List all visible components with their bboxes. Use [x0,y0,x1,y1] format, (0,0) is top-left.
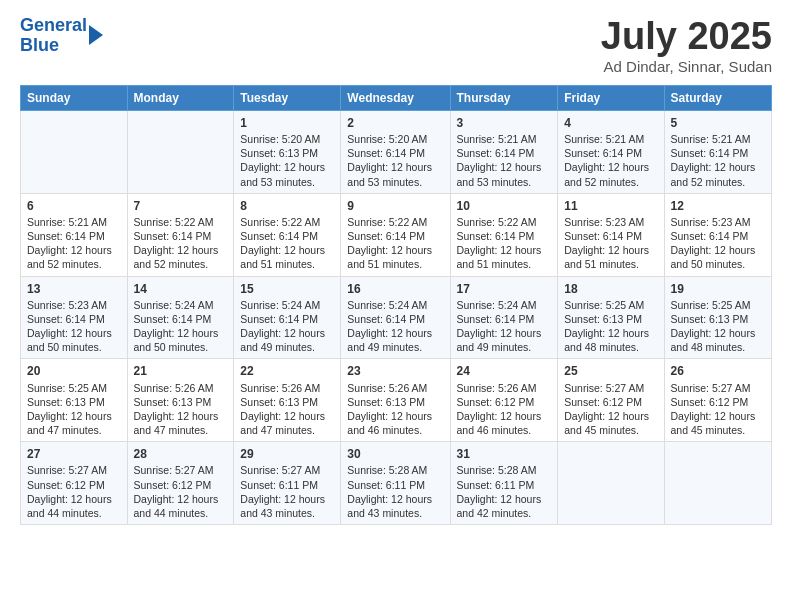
day-number: 2 [347,115,443,131]
sunrise-text: Sunrise: 5:20 AM [347,133,427,145]
calendar-table: SundayMondayTuesdayWednesdayThursdayFrid… [20,85,772,525]
sunrise-text: Sunrise: 5:25 AM [671,299,751,311]
daylight-text: Daylight: 12 hours and 43 minutes. [240,493,325,519]
day-number: 25 [564,363,657,379]
cell-day-28: 28Sunrise: 5:27 AMSunset: 6:12 PMDayligh… [127,442,234,525]
sunrise-text: Sunrise: 5:27 AM [671,382,751,394]
sunrise-text: Sunrise: 5:23 AM [27,299,107,311]
col-header-saturday: Saturday [664,85,771,110]
day-number: 1 [240,115,334,131]
sunset-text: Sunset: 6:14 PM [347,313,425,325]
sunrise-text: Sunrise: 5:24 AM [457,299,537,311]
sunset-text: Sunset: 6:14 PM [347,147,425,159]
sunrise-text: Sunrise: 5:27 AM [240,464,320,476]
sunrise-text: Sunrise: 5:22 AM [240,216,320,228]
cell-day-empty [127,110,234,193]
cell-day-30: 30Sunrise: 5:28 AMSunset: 6:11 PMDayligh… [341,442,450,525]
sunrise-text: Sunrise: 5:24 AM [134,299,214,311]
cell-day-12: 12Sunrise: 5:23 AMSunset: 6:14 PMDayligh… [664,193,771,276]
cell-day-17: 17Sunrise: 5:24 AMSunset: 6:14 PMDayligh… [450,276,558,359]
sunset-text: Sunset: 6:13 PM [671,313,749,325]
daylight-text: Daylight: 12 hours and 50 minutes. [671,244,756,270]
cell-day-20: 20Sunrise: 5:25 AMSunset: 6:13 PMDayligh… [21,359,128,442]
cell-day-empty [664,442,771,525]
day-number: 8 [240,198,334,214]
daylight-text: Daylight: 12 hours and 45 minutes. [671,410,756,436]
sunset-text: Sunset: 6:14 PM [564,230,642,242]
day-number: 27 [27,446,121,462]
col-header-friday: Friday [558,85,664,110]
sunset-text: Sunset: 6:14 PM [671,230,749,242]
cell-day-27: 27Sunrise: 5:27 AMSunset: 6:12 PMDayligh… [21,442,128,525]
week-row-2: 6Sunrise: 5:21 AMSunset: 6:14 PMDaylight… [21,193,772,276]
week-row-5: 27Sunrise: 5:27 AMSunset: 6:12 PMDayligh… [21,442,772,525]
day-number: 16 [347,281,443,297]
sunset-text: Sunset: 6:13 PM [134,396,212,408]
daylight-text: Daylight: 12 hours and 43 minutes. [347,493,432,519]
sunrise-text: Sunrise: 5:28 AM [457,464,537,476]
cell-day-14: 14Sunrise: 5:24 AMSunset: 6:14 PMDayligh… [127,276,234,359]
title-block: July 2025 Ad Dindar, Sinnar, Sudan [601,16,772,75]
cell-day-22: 22Sunrise: 5:26 AMSunset: 6:13 PMDayligh… [234,359,341,442]
daylight-text: Daylight: 12 hours and 49 minutes. [457,327,542,353]
cell-day-2: 2Sunrise: 5:20 AMSunset: 6:14 PMDaylight… [341,110,450,193]
daylight-text: Daylight: 12 hours and 52 minutes. [564,161,649,187]
cell-day-8: 8Sunrise: 5:22 AMSunset: 6:14 PMDaylight… [234,193,341,276]
cell-day-26: 26Sunrise: 5:27 AMSunset: 6:12 PMDayligh… [664,359,771,442]
daylight-text: Daylight: 12 hours and 47 minutes. [240,410,325,436]
daylight-text: Daylight: 12 hours and 51 minutes. [564,244,649,270]
day-number: 10 [457,198,552,214]
week-row-3: 13Sunrise: 5:23 AMSunset: 6:14 PMDayligh… [21,276,772,359]
cell-day-9: 9Sunrise: 5:22 AMSunset: 6:14 PMDaylight… [341,193,450,276]
day-number: 6 [27,198,121,214]
cell-day-3: 3Sunrise: 5:21 AMSunset: 6:14 PMDaylight… [450,110,558,193]
sunset-text: Sunset: 6:13 PM [564,313,642,325]
sunrise-text: Sunrise: 5:25 AM [564,299,644,311]
sunset-text: Sunset: 6:14 PM [457,147,535,159]
cell-day-empty [21,110,128,193]
sunrise-text: Sunrise: 5:25 AM [27,382,107,394]
day-number: 9 [347,198,443,214]
sunset-text: Sunset: 6:14 PM [27,230,105,242]
sunset-text: Sunset: 6:14 PM [671,147,749,159]
logo-blue: Blue [20,35,59,55]
header: General Blue July 2025 Ad Dindar, Sinnar… [20,16,772,75]
day-number: 22 [240,363,334,379]
day-number: 21 [134,363,228,379]
sunset-text: Sunset: 6:12 PM [27,479,105,491]
cell-day-24: 24Sunrise: 5:26 AMSunset: 6:12 PMDayligh… [450,359,558,442]
daylight-text: Daylight: 12 hours and 52 minutes. [671,161,756,187]
day-number: 31 [457,446,552,462]
daylight-text: Daylight: 12 hours and 51 minutes. [347,244,432,270]
daylight-text: Daylight: 12 hours and 46 minutes. [347,410,432,436]
sunset-text: Sunset: 6:14 PM [240,230,318,242]
sunset-text: Sunset: 6:14 PM [134,313,212,325]
sunrise-text: Sunrise: 5:23 AM [564,216,644,228]
sunset-text: Sunset: 6:11 PM [240,479,318,491]
daylight-text: Daylight: 12 hours and 51 minutes. [240,244,325,270]
daylight-text: Daylight: 12 hours and 45 minutes. [564,410,649,436]
daylight-text: Daylight: 12 hours and 44 minutes. [134,493,219,519]
day-number: 20 [27,363,121,379]
header-row: SundayMondayTuesdayWednesdayThursdayFrid… [21,85,772,110]
col-header-sunday: Sunday [21,85,128,110]
sunrise-text: Sunrise: 5:27 AM [564,382,644,394]
sunrise-text: Sunrise: 5:24 AM [347,299,427,311]
cell-day-15: 15Sunrise: 5:24 AMSunset: 6:14 PMDayligh… [234,276,341,359]
daylight-text: Daylight: 12 hours and 52 minutes. [27,244,112,270]
daylight-text: Daylight: 12 hours and 46 minutes. [457,410,542,436]
calendar-page: General Blue July 2025 Ad Dindar, Sinnar… [0,0,792,612]
sunrise-text: Sunrise: 5:22 AM [134,216,214,228]
day-number: 24 [457,363,552,379]
day-number: 26 [671,363,765,379]
sunrise-text: Sunrise: 5:26 AM [134,382,214,394]
sunrise-text: Sunrise: 5:22 AM [457,216,537,228]
sunrise-text: Sunrise: 5:21 AM [27,216,107,228]
sunset-text: Sunset: 6:13 PM [240,147,318,159]
day-number: 19 [671,281,765,297]
logo-text: General Blue [20,16,87,56]
sunset-text: Sunset: 6:12 PM [564,396,642,408]
sunset-text: Sunset: 6:11 PM [457,479,535,491]
sunset-text: Sunset: 6:14 PM [347,230,425,242]
cell-day-11: 11Sunrise: 5:23 AMSunset: 6:14 PMDayligh… [558,193,664,276]
